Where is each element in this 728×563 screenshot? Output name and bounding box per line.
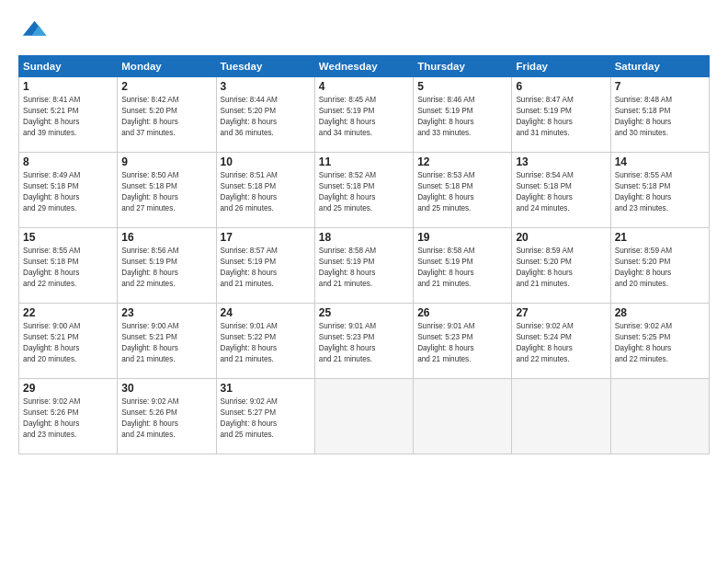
- cell-info: Sunrise: 9:02 AMSunset: 5:26 PMDaylight:…: [121, 396, 211, 441]
- day-number: 23: [121, 306, 211, 319]
- cell-info: Sunrise: 8:50 AMSunset: 5:18 PMDaylight:…: [121, 170, 211, 214]
- calendar-week-5: 29Sunrise: 9:02 AMSunset: 5:26 PMDayligh…: [19, 379, 710, 454]
- day-number: 30: [121, 382, 211, 395]
- calendar-cell: 12Sunrise: 8:53 AMSunset: 5:18 PMDayligh…: [414, 153, 512, 228]
- day-header-thursday: Thursday: [414, 56, 512, 77]
- cell-info: Sunrise: 8:54 AMSunset: 5:18 PMDaylight:…: [516, 170, 606, 214]
- calendar-week-3: 15Sunrise: 8:55 AMSunset: 5:18 PMDayligh…: [19, 228, 710, 304]
- page: SundayMondayTuesdayWednesdayThursdayFrid…: [0, 0, 728, 563]
- cell-info: Sunrise: 8:55 AMSunset: 5:18 PMDaylight:…: [615, 170, 705, 214]
- calendar-header-row: SundayMondayTuesdayWednesdayThursdayFrid…: [19, 56, 710, 77]
- day-number: 7: [615, 80, 705, 93]
- day-header-wednesday: Wednesday: [314, 56, 413, 77]
- day-number: 26: [417, 306, 507, 319]
- cell-info: Sunrise: 9:01 AMSunset: 5:22 PMDaylight:…: [221, 321, 311, 365]
- cell-info: Sunrise: 9:02 AMSunset: 5:24 PMDaylight:…: [516, 321, 606, 365]
- cell-info: Sunrise: 8:46 AMSunset: 5:19 PMDaylight:…: [417, 95, 507, 139]
- calendar-cell: 1Sunrise: 8:41 AMSunset: 5:21 PMDaylight…: [19, 77, 118, 153]
- calendar-week-4: 22Sunrise: 9:00 AMSunset: 5:21 PMDayligh…: [19, 304, 710, 379]
- calendar-cell: 22Sunrise: 9:00 AMSunset: 5:21 PMDayligh…: [19, 304, 118, 379]
- cell-info: Sunrise: 9:01 AMSunset: 5:23 PMDaylight:…: [417, 321, 507, 365]
- cell-info: Sunrise: 8:53 AMSunset: 5:18 PMDaylight:…: [417, 170, 507, 214]
- calendar-week-1: 1Sunrise: 8:41 AMSunset: 5:21 PMDaylight…: [19, 77, 710, 153]
- cell-info: Sunrise: 8:57 AMSunset: 5:19 PMDaylight:…: [221, 246, 311, 290]
- calendar-cell: [314, 379, 413, 454]
- day-header-monday: Monday: [118, 56, 216, 77]
- day-number: 29: [23, 382, 113, 395]
- calendar-week-2: 8Sunrise: 8:49 AMSunset: 5:18 PMDaylight…: [19, 153, 710, 228]
- day-number: 5: [417, 80, 507, 93]
- cell-info: Sunrise: 8:59 AMSunset: 5:20 PMDaylight:…: [615, 246, 705, 290]
- logo: [18, 17, 53, 46]
- cell-info: Sunrise: 8:48 AMSunset: 5:18 PMDaylight:…: [615, 95, 705, 139]
- calendar-cell: 18Sunrise: 8:58 AMSunset: 5:19 PMDayligh…: [314, 228, 413, 304]
- day-number: 21: [615, 231, 705, 244]
- day-header-tuesday: Tuesday: [216, 56, 314, 77]
- header: [18, 17, 710, 46]
- day-number: 27: [516, 306, 606, 319]
- calendar-cell: 8Sunrise: 8:49 AMSunset: 5:18 PMDaylight…: [19, 153, 118, 228]
- day-number: 6: [516, 80, 606, 93]
- cell-info: Sunrise: 8:45 AMSunset: 5:19 PMDaylight:…: [319, 95, 409, 139]
- calendar-cell: [610, 379, 709, 454]
- calendar-cell: 11Sunrise: 8:52 AMSunset: 5:18 PMDayligh…: [314, 153, 413, 228]
- calendar-cell: 15Sunrise: 8:55 AMSunset: 5:18 PMDayligh…: [19, 228, 118, 304]
- day-number: 18: [319, 231, 409, 244]
- calendar-cell: 20Sunrise: 8:59 AMSunset: 5:20 PMDayligh…: [512, 228, 610, 304]
- cell-info: Sunrise: 8:51 AMSunset: 5:18 PMDaylight:…: [221, 170, 311, 214]
- day-number: 13: [516, 155, 606, 168]
- calendar-cell: 24Sunrise: 9:01 AMSunset: 5:22 PMDayligh…: [216, 304, 314, 379]
- cell-info: Sunrise: 8:58 AMSunset: 5:19 PMDaylight:…: [319, 246, 409, 290]
- day-number: 1: [23, 80, 113, 93]
- calendar-cell: 27Sunrise: 9:02 AMSunset: 5:24 PMDayligh…: [512, 304, 610, 379]
- calendar-cell: 10Sunrise: 8:51 AMSunset: 5:18 PMDayligh…: [216, 153, 314, 228]
- calendar-cell: 6Sunrise: 8:47 AMSunset: 5:19 PMDaylight…: [512, 77, 610, 153]
- cell-info: Sunrise: 9:02 AMSunset: 5:27 PMDaylight:…: [221, 396, 311, 441]
- logo-icon: [18, 17, 48, 46]
- calendar-cell: 13Sunrise: 8:54 AMSunset: 5:18 PMDayligh…: [512, 153, 610, 228]
- calendar-cell: 31Sunrise: 9:02 AMSunset: 5:27 PMDayligh…: [216, 379, 314, 454]
- calendar-cell: 30Sunrise: 9:02 AMSunset: 5:26 PMDayligh…: [118, 379, 216, 454]
- calendar-cell: [512, 379, 610, 454]
- day-header-friday: Friday: [512, 56, 610, 77]
- cell-info: Sunrise: 9:00 AMSunset: 5:21 PMDaylight:…: [23, 321, 113, 365]
- day-number: 24: [221, 306, 311, 319]
- calendar-cell: 26Sunrise: 9:01 AMSunset: 5:23 PMDayligh…: [414, 304, 512, 379]
- cell-info: Sunrise: 8:42 AMSunset: 5:20 PMDaylight:…: [121, 95, 211, 139]
- calendar-cell: 21Sunrise: 8:59 AMSunset: 5:20 PMDayligh…: [610, 228, 709, 304]
- cell-info: Sunrise: 8:56 AMSunset: 5:19 PMDaylight:…: [121, 246, 211, 290]
- day-number: 31: [221, 382, 311, 395]
- day-number: 20: [516, 231, 606, 244]
- cell-info: Sunrise: 8:47 AMSunset: 5:19 PMDaylight:…: [516, 95, 606, 139]
- day-number: 28: [615, 306, 705, 319]
- day-number: 22: [23, 306, 113, 319]
- cell-info: Sunrise: 8:49 AMSunset: 5:18 PMDaylight:…: [23, 170, 113, 214]
- cell-info: Sunrise: 8:41 AMSunset: 5:21 PMDaylight:…: [23, 95, 113, 139]
- calendar-cell: 28Sunrise: 9:02 AMSunset: 5:25 PMDayligh…: [610, 304, 709, 379]
- calendar-cell: 25Sunrise: 9:01 AMSunset: 5:23 PMDayligh…: [314, 304, 413, 379]
- day-header-saturday: Saturday: [610, 56, 709, 77]
- calendar-cell: 17Sunrise: 8:57 AMSunset: 5:19 PMDayligh…: [216, 228, 314, 304]
- calendar-table: SundayMondayTuesdayWednesdayThursdayFrid…: [18, 55, 710, 454]
- calendar-cell: 14Sunrise: 8:55 AMSunset: 5:18 PMDayligh…: [610, 153, 709, 228]
- calendar-cell: 16Sunrise: 8:56 AMSunset: 5:19 PMDayligh…: [118, 228, 216, 304]
- cell-info: Sunrise: 8:44 AMSunset: 5:20 PMDaylight:…: [221, 95, 311, 139]
- day-number: 12: [417, 155, 507, 168]
- day-number: 2: [121, 80, 211, 93]
- calendar-cell: 9Sunrise: 8:50 AMSunset: 5:18 PMDaylight…: [118, 153, 216, 228]
- cell-info: Sunrise: 9:02 AMSunset: 5:26 PMDaylight:…: [23, 396, 113, 441]
- day-number: 17: [221, 231, 311, 244]
- cell-info: Sunrise: 8:59 AMSunset: 5:20 PMDaylight:…: [516, 246, 606, 290]
- cell-info: Sunrise: 9:01 AMSunset: 5:23 PMDaylight:…: [319, 321, 409, 365]
- day-number: 9: [121, 155, 211, 168]
- cell-info: Sunrise: 9:02 AMSunset: 5:25 PMDaylight:…: [615, 321, 705, 365]
- day-number: 16: [121, 231, 211, 244]
- day-number: 25: [319, 306, 409, 319]
- calendar-cell: 5Sunrise: 8:46 AMSunset: 5:19 PMDaylight…: [414, 77, 512, 153]
- day-number: 15: [23, 231, 113, 244]
- calendar-cell: 23Sunrise: 9:00 AMSunset: 5:21 PMDayligh…: [118, 304, 216, 379]
- day-number: 3: [221, 80, 311, 93]
- calendar-cell: 4Sunrise: 8:45 AMSunset: 5:19 PMDaylight…: [314, 77, 413, 153]
- calendar-cell: [414, 379, 512, 454]
- day-number: 8: [23, 155, 113, 168]
